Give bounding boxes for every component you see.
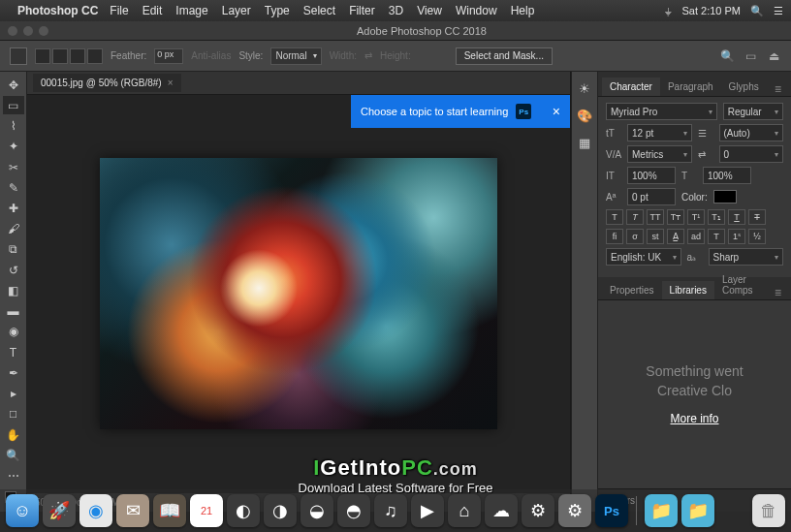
rectangle-tool[interactable]: □: [3, 405, 24, 423]
dock-trash[interactable]: 🗑: [752, 494, 785, 527]
quick-select-tool[interactable]: ✦: [3, 138, 24, 156]
dock-safari[interactable]: ◉: [79, 494, 112, 527]
swatches-panel-icon[interactable]: ▦: [576, 134, 593, 151]
panel-menu-icon[interactable]: ≡: [769, 82, 787, 96]
faux-italic-button[interactable]: T: [626, 209, 644, 225]
libraries-panel-menu-icon[interactable]: ≡: [769, 286, 787, 299]
dock-contacts[interactable]: 📖: [153, 494, 186, 527]
vscale-input[interactable]: 100%: [627, 167, 676, 184]
gradient-tool[interactable]: ▬: [3, 302, 24, 321]
zoom-tool[interactable]: 🔍: [3, 446, 24, 464]
swash-button[interactable]: A̲: [667, 229, 684, 244]
crop-tool[interactable]: ✂: [3, 158, 24, 176]
learn-panel-icon[interactable]: ☀: [576, 79, 593, 97]
tab-character[interactable]: Character: [602, 78, 660, 96]
dock-app-7[interactable]: ⌂: [448, 494, 481, 527]
titling-alt-button[interactable]: T: [708, 229, 725, 244]
menu-layer[interactable]: Layer: [222, 4, 251, 17]
canvas-image[interactable]: [100, 158, 497, 429]
menu-filter[interactable]: Filter: [349, 4, 375, 17]
menu-help[interactable]: Help: [511, 4, 535, 17]
menu-file[interactable]: File: [110, 4, 128, 17]
menu-image[interactable]: Image: [175, 4, 207, 17]
font-family-select[interactable]: Myriad Pro▾: [606, 103, 717, 120]
document-tab[interactable]: 00015.jpg @ 50% (RGB/8#) ×: [33, 74, 181, 92]
history-brush-tool[interactable]: ↺: [3, 261, 24, 279]
dock-folder-1[interactable]: 📁: [645, 494, 678, 527]
dock-folder-2[interactable]: 📁: [681, 494, 714, 527]
healing-brush-tool[interactable]: ✚: [3, 199, 24, 217]
style-select[interactable]: Normal▾: [270, 47, 321, 65]
dock-app-9[interactable]: ⚙: [522, 494, 554, 527]
menu-edit[interactable]: Edit: [142, 4, 163, 17]
tracking-input[interactable]: 0▾: [719, 145, 784, 163]
workspace-switcher-icon[interactable]: ⏏: [766, 48, 781, 64]
menu-view[interactable]: View: [417, 4, 442, 17]
dock-app-2[interactable]: ◑: [264, 494, 297, 527]
leading-input[interactable]: (Auto)▾: [719, 124, 784, 141]
clock[interactable]: Sat 2:10 PM: [681, 5, 741, 16]
fractions-button[interactable]: ½: [748, 229, 766, 244]
wifi-icon[interactable]: ⏚: [665, 5, 672, 16]
dock-app-6[interactable]: ▶: [411, 494, 444, 527]
dock-mail[interactable]: ✉: [116, 494, 149, 527]
smallcaps-button[interactable]: Tᴛ: [667, 209, 684, 225]
blur-tool[interactable]: ◉: [3, 323, 24, 341]
discretionary-lig-button[interactable]: st: [647, 229, 664, 244]
tab-glyphs[interactable]: Glyphs: [721, 78, 767, 96]
tool-preset-picker[interactable]: [10, 47, 27, 65]
dock-app-4[interactable]: ◓: [337, 494, 370, 527]
menu-window[interactable]: Window: [456, 4, 497, 17]
underline-button[interactable]: T: [728, 209, 745, 225]
brush-tool[interactable]: 🖌: [3, 220, 24, 238]
stylistic-alt-button[interactable]: ad: [687, 229, 705, 244]
dock-app-3[interactable]: ◒: [301, 494, 333, 527]
edit-toolbar[interactable]: ⋯: [3, 466, 24, 485]
dock-finder[interactable]: ☺: [6, 494, 39, 527]
dock-photoshop[interactable]: Ps: [595, 494, 628, 527]
learn-banner-close-icon[interactable]: ×: [553, 104, 560, 119]
menu-type[interactable]: Type: [265, 4, 290, 17]
eyedropper-tool[interactable]: ✎: [3, 178, 24, 197]
dock-system-prefs[interactable]: ⚙: [558, 494, 591, 527]
tab-properties[interactable]: Properties: [602, 281, 662, 299]
kerning-select[interactable]: Metrics▾: [627, 145, 692, 163]
lasso-tool[interactable]: ⌇: [3, 116, 24, 135]
select-and-mask-button[interactable]: Select and Mask...: [456, 47, 553, 65]
dock-launchpad[interactable]: 🚀: [43, 494, 76, 527]
strikethrough-button[interactable]: T: [748, 209, 766, 225]
notification-center-icon[interactable]: ☰: [774, 5, 783, 17]
dock-calendar[interactable]: 21: [190, 494, 223, 527]
contextual-alt-button[interactable]: σ: [626, 229, 644, 244]
tab-libraries[interactable]: Libraries: [662, 281, 714, 299]
spotlight-icon[interactable]: 🔍: [750, 5, 764, 17]
color-panel-icon[interactable]: 🎨: [576, 107, 593, 124]
eraser-tool[interactable]: ◧: [3, 281, 24, 299]
search-icon[interactable]: 🔍: [719, 48, 735, 64]
close-window-button[interactable]: [8, 26, 17, 36]
minimize-window-button[interactable]: [23, 26, 33, 36]
subscript-button[interactable]: T₁: [708, 209, 725, 225]
menu-select[interactable]: Select: [303, 4, 335, 17]
selection-new-icon[interactable]: [35, 48, 50, 64]
language-select[interactable]: English: UK▾: [606, 248, 681, 266]
superscript-button[interactable]: T¹: [687, 209, 705, 225]
tab-paragraph[interactable]: Paragraph: [660, 78, 721, 96]
faux-bold-button[interactable]: T: [606, 209, 623, 225]
path-select-tool[interactable]: ▸: [3, 385, 24, 403]
selection-intersect-icon[interactable]: [87, 48, 103, 64]
zoom-window-button[interactable]: [39, 26, 48, 36]
font-weight-select[interactable]: Regular▾: [723, 103, 783, 120]
dock-app-1[interactable]: ◐: [227, 494, 260, 527]
marquee-tool[interactable]: ▭: [3, 96, 24, 114]
ligatures-button[interactable]: fi: [606, 229, 623, 244]
close-tab-icon[interactable]: ×: [168, 78, 174, 88]
tab-layer-comps[interactable]: Layer Comps: [714, 270, 769, 299]
allcaps-button[interactable]: TT: [647, 209, 664, 225]
libraries-more-info-link[interactable]: More info: [670, 412, 718, 425]
selection-add-icon[interactable]: [52, 48, 68, 64]
feather-input[interactable]: 0 px: [154, 48, 183, 64]
canvas-stage[interactable]: Choose a topic to start learning Ps ×: [27, 95, 570, 492]
clone-stamp-tool[interactable]: ⧉: [3, 240, 24, 259]
ordinals-button[interactable]: 1ˢ: [728, 229, 745, 244]
